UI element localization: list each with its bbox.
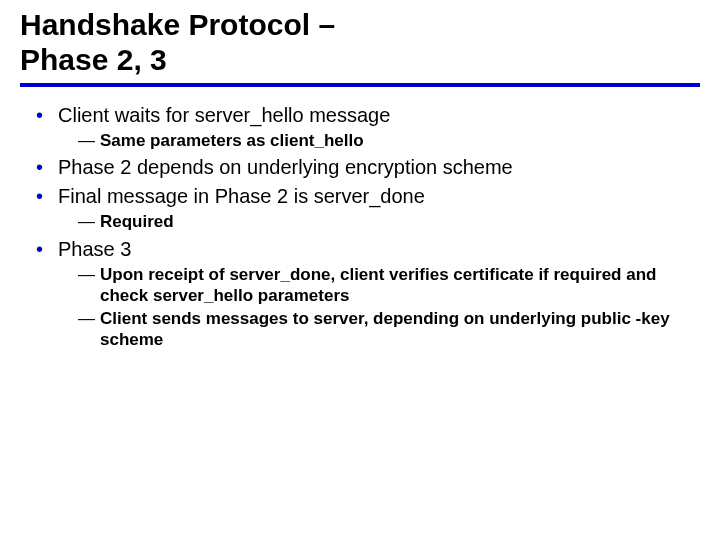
sub-text: Required xyxy=(100,212,174,231)
bullet-text: Client waits for server_hello message xyxy=(58,104,390,126)
sub-item: Upon receipt of server_done, client veri… xyxy=(78,264,684,307)
bullet-list: Client waits for server_hello message Sa… xyxy=(36,103,684,351)
bullet-item: Phase 2 depends on underlying encryption… xyxy=(36,155,684,180)
sub-item: Same parameters as client_hello xyxy=(78,130,684,151)
slide-root: Handshake Protocol – Phase 2, 3 Client w… xyxy=(0,0,720,540)
slide-title: Handshake Protocol – Phase 2, 3 xyxy=(0,8,720,81)
slide-body: Client waits for server_hello message Sa… xyxy=(0,97,720,351)
sub-text: Same parameters as client_hello xyxy=(100,131,364,150)
sub-text: Client sends messages to server, dependi… xyxy=(100,309,670,349)
sub-text: Upon receipt of server_done, client veri… xyxy=(100,265,656,305)
bullet-text: Phase 2 depends on underlying encryption… xyxy=(58,156,513,178)
bullet-item: Phase 3 Upon receipt of server_done, cli… xyxy=(36,237,684,351)
sub-list: Required xyxy=(58,211,684,232)
title-underline xyxy=(20,83,700,87)
bullet-item: Final message in Phase 2 is server_done … xyxy=(36,184,684,232)
bullet-text: Final message in Phase 2 is server_done xyxy=(58,185,425,207)
sub-item: Required xyxy=(78,211,684,232)
sub-list: Same parameters as client_hello xyxy=(58,130,684,151)
bullet-text: Phase 3 xyxy=(58,238,131,260)
sub-list: Upon receipt of server_done, client veri… xyxy=(58,264,684,351)
title-line-2: Phase 2, 3 xyxy=(20,43,167,76)
sub-item: Client sends messages to server, dependi… xyxy=(78,308,684,351)
bullet-item: Client waits for server_hello message Sa… xyxy=(36,103,684,151)
title-line-1: Handshake Protocol – xyxy=(20,8,335,41)
